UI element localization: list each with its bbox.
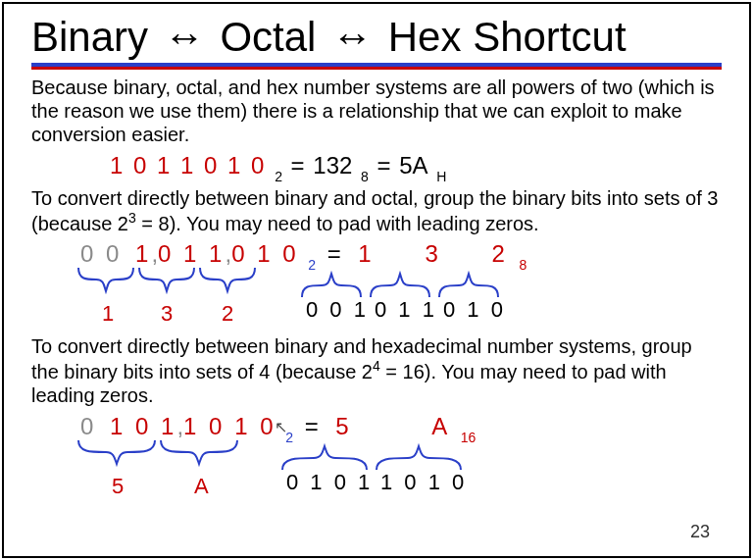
result-d1: 1: [358, 240, 374, 267]
brace-icon: [159, 438, 239, 472]
bin-group-2: 1 0 1 0: [380, 470, 467, 495]
page-number: 23: [690, 522, 710, 542]
eq-hex: 5A: [399, 152, 427, 178]
octal-diagram: 0 0 1,0 1 1,0 1 0 2 = 1 3 2 8 1 3 2: [80, 240, 722, 331]
brace-icon: [198, 266, 257, 299]
eq-equals: =: [291, 152, 305, 178]
brace-up-icon: [437, 266, 500, 299]
brace-up-icon: [300, 266, 363, 299]
eq-octal-base: 8: [361, 169, 369, 184]
hex-diagram: 0 1 0 1,1 0 1 0 2 = 5 A 16 5 A 0 1 0 1 1…: [80, 413, 722, 501]
result-d1: 5: [335, 413, 351, 439]
eq: =: [305, 413, 319, 439]
hex-para-exp: 4: [373, 358, 380, 374]
octal-label-1: 1: [102, 301, 117, 327]
title-part2: Octal: [220, 14, 316, 60]
result-d2: A: [431, 413, 449, 439]
title-underline: [31, 63, 722, 70]
brace-icon: [137, 266, 196, 299]
bin-group-1: 0 1 0 1: [286, 470, 373, 495]
eq-octal: 132: [313, 152, 352, 178]
octal-label-3: 2: [222, 301, 236, 327]
bits: 1,0 1 1,0 1 0: [135, 240, 298, 267]
octal-label-2: 3: [161, 301, 176, 327]
slide-title: Binary ↔ Octal ↔ Hex Shortcut: [31, 14, 722, 61]
brace-icon: [76, 266, 135, 299]
bin-group-2: 0 1 1: [375, 297, 437, 323]
eq-equals2: =: [376, 152, 390, 178]
pad-bits: 0 0: [80, 240, 122, 267]
hex-label-2: A: [194, 474, 212, 499]
eq-hex-base: H: [436, 169, 446, 184]
hex-paragraph: To convert directly between binary and h…: [31, 334, 722, 407]
octal-para-b: = 8). You may need to pad with leading z…: [136, 212, 539, 233]
brace-up-icon: [369, 266, 431, 299]
result-base: 16: [461, 430, 477, 445]
bin-group-3: 0 1 0: [443, 297, 506, 323]
result-d2: 3: [425, 240, 440, 267]
octal-paragraph: To convert directly between binary and o…: [31, 186, 722, 235]
result-d3: 2: [491, 240, 507, 267]
brace-icon: [76, 438, 157, 472]
main-equation: 1 0 1 1 0 1 0 2 = 132 8 = 5A H: [110, 152, 722, 182]
arrow-icon: ↔: [327, 14, 376, 61]
arrow-icon: ↔: [160, 14, 209, 61]
result-base: 8: [519, 257, 527, 273]
brace-up-icon: [375, 438, 463, 472]
eq-binary: 1 0 1 1 0 1 0: [110, 152, 266, 178]
brace-up-icon: [280, 438, 369, 472]
intro-paragraph: Because binary, octal, and hex number sy…: [31, 76, 722, 146]
title-part1: Binary: [31, 14, 148, 60]
octal-para-exp: 3: [128, 210, 136, 226]
pad-bits: 0: [80, 413, 96, 439]
slide: Binary ↔ Octal ↔ Hex Shortcut Because bi…: [2, 2, 751, 558]
hex-label-1: 5: [112, 474, 126, 499]
eq: =: [327, 240, 341, 267]
title-part3: Hex Shortcut: [388, 14, 627, 60]
bits: 1 0 1,1 0 1 0: [110, 413, 276, 439]
eq-binary-base: 2: [275, 169, 282, 184]
bin-group-1: 0 0 1: [306, 297, 369, 323]
